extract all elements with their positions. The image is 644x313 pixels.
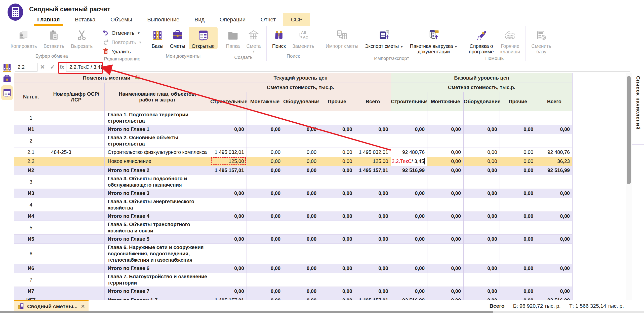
current-value-cell[interactable]	[319, 273, 355, 287]
row-name-cell[interactable]: Строительство физкультурного комплекса	[105, 148, 210, 157]
row-number-cell[interactable]: И5	[14, 235, 48, 244]
current-value-cell[interactable]: 0,00	[247, 235, 283, 244]
row-number-cell[interactable]: И1	[14, 125, 48, 134]
horizontal-scrollbar-thumb[interactable]	[0, 311, 493, 313]
current-value-cell[interactable]	[319, 111, 355, 125]
base-value-cell[interactable]	[391, 175, 427, 189]
row-number-cell[interactable]: 3	[14, 175, 48, 189]
hotkeys-button[interactable]: Горячиеклавиши	[497, 27, 523, 55]
current-value-cell[interactable]: 0,00	[210, 212, 247, 221]
base-value-cell[interactable]: 0,00	[464, 189, 500, 198]
current-value-cell[interactable]	[319, 198, 355, 212]
current-value-cell[interactable]	[319, 221, 355, 235]
row-number-cell[interactable]: И4	[14, 212, 48, 221]
current-value-cell[interactable]	[355, 175, 391, 189]
base-value-cell[interactable]: 36,23	[536, 157, 573, 166]
row-code-cell[interactable]	[48, 198, 105, 212]
base-value-cell[interactable]: 0,00	[500, 287, 536, 296]
base-value-cell[interactable]: 0,00	[500, 189, 536, 198]
base-value-cell[interactable]: 0,00	[427, 212, 464, 221]
row-name-cell[interactable]: Итого по Главе 3	[105, 189, 210, 198]
row-number-cell[interactable]: 2.2	[14, 157, 48, 166]
current-value-cell[interactable]	[355, 221, 391, 235]
current-value-cell[interactable]: 0,00	[283, 296, 319, 300]
base-value-cell[interactable]: 92 480,76	[391, 148, 427, 157]
current-value-cell[interactable]: 1 495 032,01	[210, 148, 247, 157]
horizontal-scrollbar[interactable]	[0, 311, 644, 313]
undo-dropdown-icon[interactable]: ▼	[137, 31, 140, 35]
cut-button[interactable]: Вырезать	[68, 27, 96, 49]
base-value-cell[interactable]: 0,00	[500, 148, 536, 157]
cell-reference-input[interactable]: 2.2	[15, 63, 37, 72]
current-value-cell[interactable]	[247, 244, 283, 264]
base-value-cell[interactable]	[536, 134, 573, 148]
current-value-cell[interactable]: 0,00	[210, 287, 247, 296]
col-header-total-current[interactable]: Всего	[355, 92, 391, 111]
mini-opened-icon[interactable]	[1, 85, 13, 100]
tab-operacii[interactable]: Операции	[212, 13, 253, 26]
current-value-cell[interactable]: 0,00	[210, 125, 247, 134]
current-value-cell[interactable]	[210, 111, 247, 125]
current-value-cell[interactable]: 0,00	[355, 287, 391, 296]
col-header-code[interactable]: Номер/шифр ОСР/ЛСР	[48, 83, 105, 111]
col-header-other-current[interactable]: Прочие	[319, 92, 355, 111]
base-value-cell[interactable]	[427, 111, 464, 125]
current-value-cell[interactable]: 0,00	[283, 264, 319, 273]
estimate-create-button[interactable]: Смета ▼	[243, 27, 264, 54]
base-value-cell[interactable]: 92 516,99	[391, 166, 427, 175]
base-value-cell[interactable]: 0,00	[536, 189, 573, 198]
row-code-cell[interactable]	[48, 287, 105, 296]
current-value-cell[interactable]: 1 495 157,01	[355, 166, 391, 175]
current-value-cell[interactable]: 0,00	[247, 287, 283, 296]
current-value-cell[interactable]	[210, 244, 247, 264]
row-number-cell[interactable]: И6	[14, 264, 48, 273]
current-value-cell[interactable]: 0,00	[210, 264, 247, 273]
redo-dropdown-icon[interactable]: ▼	[139, 41, 142, 44]
base-value-cell[interactable]	[464, 111, 500, 125]
vertical-scrollbar[interactable]	[626, 73, 632, 300]
current-value-cell[interactable]: 0,00	[283, 189, 319, 198]
row-name-cell[interactable]: Глава 1. Подготовка территории строитель…	[105, 111, 210, 125]
tab-ssr[interactable]: ССР	[283, 13, 310, 26]
import-estimate-button[interactable]: Импорт сметы	[323, 27, 361, 49]
base-value-cell[interactable]: 0,00	[391, 212, 427, 221]
current-value-cell[interactable]	[283, 175, 319, 189]
base-value-cell[interactable]	[391, 244, 427, 264]
col-header-installation-current[interactable]: Монтажные	[247, 92, 283, 111]
base-value-cell[interactable]: 0,00	[464, 287, 500, 296]
current-value-cell[interactable]: 0,00	[283, 235, 319, 244]
base-value-cell[interactable]	[464, 221, 500, 235]
current-value-cell[interactable]: 0,00	[319, 157, 355, 166]
row-name-cell[interactable]: Глава 6. Наружные сети и сооружения водо…	[105, 244, 210, 264]
row-code-cell[interactable]	[48, 157, 105, 166]
row-name-cell[interactable]: Глава 2. Основные объекты строительства	[105, 134, 210, 148]
current-value-cell[interactable]: 0,00	[319, 264, 355, 273]
base-value-cell[interactable]: 2.2.ТекС / 3,45	[391, 157, 427, 166]
base-value-cell[interactable]: 0,00	[464, 157, 500, 166]
base-value-cell[interactable]: 0,00	[464, 264, 500, 273]
base-value-cell[interactable]	[427, 134, 464, 148]
base-value-cell[interactable]: 0,00	[500, 264, 536, 273]
formula-input[interactable]: 2.2.ТекС / 3,45	[66, 63, 630, 72]
current-value-cell[interactable]: 0,00	[247, 296, 283, 300]
col-header-construction-base[interactable]: Строительные	[391, 92, 427, 111]
search-button[interactable]: Поиск	[269, 27, 289, 49]
current-value-cell[interactable]: 0,00	[247, 157, 283, 166]
base-value-cell[interactable]	[391, 111, 427, 125]
current-value-cell[interactable]	[283, 273, 319, 287]
base-value-cell[interactable]	[391, 221, 427, 235]
estimates-button[interactable]: Сметы	[167, 27, 188, 49]
tab-obyomy[interactable]: Объёмы	[103, 13, 140, 26]
base-value-cell[interactable]	[464, 198, 500, 212]
cancel-icon[interactable]: ✕	[37, 64, 48, 71]
current-value-cell[interactable]	[355, 198, 391, 212]
current-value-cell[interactable]	[283, 111, 319, 125]
base-value-cell[interactable]	[391, 273, 427, 287]
base-value-cell[interactable]: 0,00	[391, 189, 427, 198]
delete-button[interactable]: Удалить	[102, 48, 131, 56]
row-number-cell[interactable]: 5	[14, 221, 48, 235]
replace-button[interactable]: ABAC Заменить	[289, 27, 317, 49]
current-value-cell[interactable]	[355, 111, 391, 125]
current-value-cell[interactable]	[210, 175, 247, 189]
row-number-cell[interactable]: 4	[14, 198, 48, 212]
